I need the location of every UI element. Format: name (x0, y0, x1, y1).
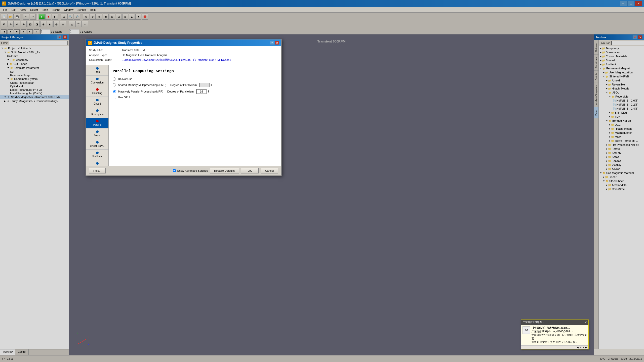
radio-label-smp: Shared Memory Multiprocessing (SMP) (118, 83, 166, 86)
nav-item-linear-solver[interactable]: Linear Solv... (86, 139, 108, 150)
mpp-degree-spinner[interactable]: ⬍ (207, 90, 210, 93)
nav-item-circuit[interactable]: Circuit (86, 97, 108, 107)
notif-page-label: 1 / 1 (580, 346, 584, 349)
notif-line1: 广东电信199邮件：+gd1000@189.cn (532, 330, 587, 333)
radio-label-do-not-use: Do Not Use (118, 77, 132, 80)
calc-folder-label: Calculation Folder: (89, 58, 122, 62)
study-body: Step Conversion Coupling Circuit Descrip… (86, 65, 281, 166)
use-gpu-checkbox[interactable] (113, 96, 116, 99)
study-footer: Help... Show Advanced Settings Restore D… (86, 166, 281, 175)
study-title-value: Transient 600RPM (122, 48, 145, 53)
study-info-section: Study Title: Transient 600RPM Analysis T… (86, 46, 281, 65)
notification-text: 【中国电信】代表号码为189386... 广东电信199邮件：+gd1000@1… (532, 326, 587, 344)
notification-pagination: ◀ 1 / 1 ▶ (521, 345, 588, 349)
nav-label-conversion: Conversion (91, 81, 104, 84)
cancel-button[interactable]: Cancel (261, 168, 278, 173)
notif-sender: 【中国电信】代表号码为189386... (532, 326, 587, 330)
nav-item-parallel[interactable]: Parallel (86, 118, 108, 128)
nav-dot-solver (96, 130, 99, 133)
nav-label-solver: Solver (94, 134, 101, 137)
nav-dot-conversion (96, 78, 99, 80)
notification-icon: ✉ (522, 326, 530, 334)
mpp-degree-input[interactable] (196, 89, 207, 94)
ok-button[interactable]: OK (241, 168, 259, 173)
mpp-degree-label: Degree of Parallelism: (167, 90, 194, 93)
notification-header: 广东电信199邮件... ✕ (521, 320, 588, 325)
nav-dot-circuit (96, 99, 99, 101)
radio-row-mpp: Massively Parallel Processing (MPP) Degr… (113, 89, 277, 94)
nav-label-circuit: Circuit (94, 102, 101, 105)
advanced-settings-label: Show Advanced Settings (177, 169, 208, 172)
use-gpu-label: Use GPU (118, 96, 130, 99)
parallel-options-group: Do Not Use Shared Memory Multiprocessing… (113, 77, 277, 99)
radio-label-mpp: Massively Parallel Processing (MPP) (118, 90, 163, 93)
study-nav-panel: Step Conversion Coupling Circuit Descrip… (86, 65, 109, 166)
nav-dot-description (96, 109, 99, 112)
nav-dot-nonlinear (96, 152, 99, 154)
notif-prev-button[interactable]: ◀ (577, 346, 579, 349)
smp-degree-spinner[interactable]: ⬍ (210, 83, 213, 87)
nav-dot-output (96, 162, 99, 165)
nav-item-step[interactable]: Step (86, 65, 108, 76)
notification-body: ✉ 【中国电信】代表号码为189386... 广东电信199邮件：+gd1000… (521, 325, 588, 345)
nav-dot-step (96, 67, 99, 70)
study-dialog-title-label: JMAG-Designer: Study Properties (94, 41, 142, 44)
smp-degree-input[interactable] (199, 83, 210, 87)
notif-line2: 中国电信企业信息分有限广东分公司广东省业务量要 (532, 333, 587, 340)
nav-item-description[interactable]: Description (86, 107, 108, 118)
study-dialog-titlebar: J JMAG-Designer: Study Properties ? ✕ (86, 39, 281, 46)
advanced-settings-checkbox[interactable] (173, 169, 176, 172)
nav-item-solver[interactable]: Solver (86, 128, 108, 139)
radio-smp[interactable] (113, 83, 116, 86)
radio-do-not-use[interactable] (113, 77, 116, 81)
nav-label-nonlinear: Nonlinear (92, 155, 103, 158)
dialog-overlay: J JMAG-Designer: Study Properties ? ✕ St… (0, 0, 644, 362)
study-dialog-icon: J (88, 41, 92, 45)
radio-mpp[interactable] (113, 90, 116, 93)
use-gpu-row: Use GPU (113, 96, 277, 99)
study-dialog-help-button[interactable]: ? (270, 41, 274, 45)
notif-header-text: 广东电信199邮件... (522, 321, 544, 324)
analysis-type-label: Analysis Type: (89, 53, 122, 58)
notification-mail-icon: ✉ (525, 328, 528, 333)
study-content-panel: Parallel Computing Settings Do Not Use S… (109, 65, 281, 166)
nav-item-output[interactable]: Output (86, 160, 108, 166)
radio-row-smp: Shared Memory Multiprocessing (SMP) Degr… (113, 83, 277, 87)
study-properties-dialog: J JMAG-Designer: Study Properties ? ✕ St… (86, 39, 282, 176)
notification-close-button[interactable]: ✕ (584, 321, 587, 324)
notif-next-button[interactable]: ▶ (585, 346, 587, 349)
analysis-type-value: 3D Magnetic Field Transient Analysis (122, 53, 167, 58)
content-title: Parallel Computing Settings (113, 69, 277, 73)
nav-dot-parallel (96, 120, 99, 122)
nav-label-step: Step (95, 71, 100, 73)
calc-folder-value[interactable]: E:/BaiduNetdiskDownload/S20电机图纸/S20L.ifi… (122, 58, 231, 62)
nav-label-parallel: Parallel (93, 123, 101, 126)
radio-row-do-not-use: Do Not Use (113, 77, 277, 81)
notification-popup: 广东电信199邮件... ✕ ✉ 【中国电信】代表号码为189386... 广东… (521, 320, 589, 349)
notif-line3: 重通知 英文方：交发 邮件: 219:00元 代... (532, 340, 587, 344)
nav-item-nonlinear[interactable]: Nonlinear (86, 150, 108, 160)
nav-item-conversion[interactable]: Conversion (86, 76, 108, 86)
smp-degree-label: Degree of Parallelism: (170, 83, 197, 86)
nav-dot-coupling (96, 88, 99, 91)
nav-label-linear-solver: Linear Solv... (90, 145, 105, 147)
nav-item-coupling[interactable]: Coupling (86, 86, 108, 97)
study-title-label: Study Title: (89, 48, 122, 53)
nav-dot-linear-solver (96, 141, 99, 144)
study-dialog-close-button[interactable]: ✕ (275, 41, 279, 45)
restore-defaults-button[interactable]: Restore Defaults (210, 168, 239, 173)
nav-label-coupling: Coupling (92, 92, 102, 95)
help-button[interactable]: Help... (89, 168, 106, 173)
nav-label-description: Description (91, 113, 103, 116)
advanced-settings-row: Show Advanced Settings (173, 169, 208, 172)
